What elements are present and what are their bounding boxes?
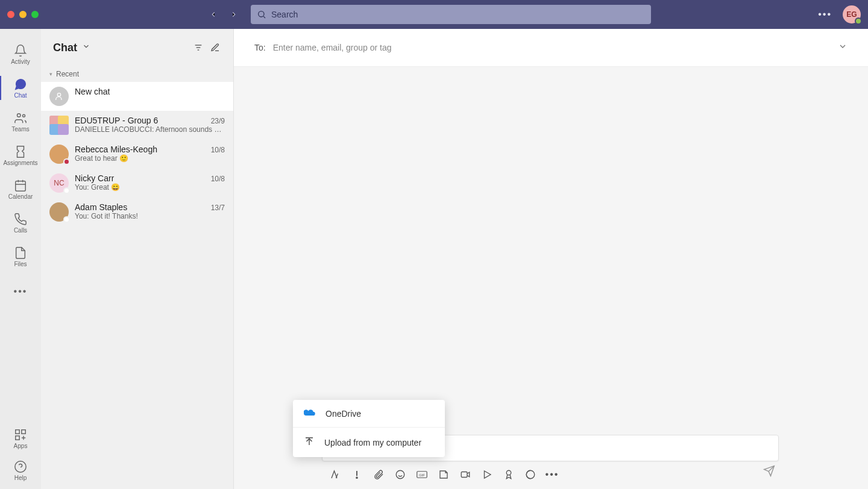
svg-line-1 (263, 16, 265, 18)
more-options-button[interactable]: ••• (818, 9, 832, 20)
rail-assignments[interactable]: Assignments (0, 139, 41, 172)
svg-rect-26 (461, 472, 467, 478)
rail-files[interactable]: Files (0, 240, 41, 273)
viva-button[interactable] (524, 469, 536, 481)
chat-row[interactable]: EDU5TRUP - Group 6 23/9 DANIELLE IACOBUC… (41, 111, 233, 140)
svg-rect-9 (22, 429, 25, 433)
contact-avatar (49, 145, 69, 164)
rail-label: Chat (14, 92, 27, 99)
chat-name: EDU5TRUP - Group 6 (75, 116, 158, 125)
profile-avatar[interactable]: EG (843, 5, 861, 23)
svg-rect-10 (16, 435, 19, 439)
presence-unknown-icon (63, 187, 70, 194)
to-expand-button[interactable] (838, 42, 848, 54)
emoji-button[interactable] (394, 469, 406, 481)
new-chat-button[interactable] (209, 42, 221, 54)
svg-point-21 (396, 470, 404, 479)
attach-button[interactable] (373, 469, 385, 481)
rail-label: Calendar (8, 193, 33, 200)
rail-activity[interactable]: Activity (0, 37, 41, 71)
rail-label: Apps (14, 443, 28, 449)
rail-label: Files (14, 261, 27, 267)
chat-row[interactable]: Rebecca Miles-Keogh 10/8 Great to hear 🙂 (41, 140, 233, 169)
chat-name: New chat (75, 87, 110, 96)
svg-point-18 (57, 93, 60, 96)
filter-button[interactable] (192, 42, 204, 54)
svg-point-2 (17, 113, 21, 117)
rail-teams[interactable]: Teams (0, 105, 41, 139)
attach-onedrive-label: OneDrive (326, 409, 361, 419)
meet-now-button[interactable] (459, 469, 471, 481)
sticker-button[interactable] (438, 469, 450, 481)
close-window-button[interactable] (7, 11, 14, 18)
chat-date: 13/7 (211, 204, 225, 212)
presence-busy-icon (63, 158, 70, 165)
priority-button[interactable] (351, 469, 363, 481)
section-label-text: Recent (56, 70, 79, 78)
chat-date: 10/8 (211, 175, 225, 183)
group-avatar (49, 116, 69, 135)
to-input[interactable] (273, 43, 831, 52)
rail-apps[interactable]: Apps (0, 422, 41, 455)
contact-avatar (49, 202, 69, 222)
onedrive-icon (304, 408, 316, 419)
more-tools-button[interactable]: ••• (546, 469, 558, 481)
chat-name: Adam Staples (75, 202, 127, 212)
rail-help[interactable]: Help (0, 455, 41, 489)
chat-title-dropdown[interactable] (82, 42, 90, 53)
attach-upload[interactable]: Upload from my computer (293, 427, 445, 457)
chat-preview: You: Got it! Thanks! (75, 212, 225, 220)
svg-rect-8 (16, 429, 19, 433)
attach-menu: OneDrive Upload from my computer (293, 400, 445, 457)
attach-onedrive[interactable]: OneDrive (293, 400, 445, 427)
praise-button[interactable] (503, 469, 515, 481)
upload-icon (304, 436, 315, 449)
svg-rect-4 (16, 181, 26, 191)
chat-preview: DANIELLE IACOBUCCI: Afternoon sounds … (75, 125, 225, 134)
rail-label: Activity (11, 58, 30, 65)
forward-button[interactable] (228, 8, 240, 20)
compose-toolbar: GIF ••• (329, 469, 558, 481)
rail-label: Help (14, 475, 27, 481)
search-input[interactable] (271, 10, 645, 19)
chat-row-new[interactable]: New chat (41, 82, 233, 111)
svg-point-28 (506, 470, 511, 475)
collapse-icon: ▾ (49, 71, 52, 77)
svg-point-20 (356, 477, 357, 478)
chat-list-panel: Chat ▾ Recent New chat (41, 29, 234, 489)
send-button[interactable] (763, 465, 775, 479)
format-button[interactable] (329, 469, 341, 481)
search-box[interactable] (251, 5, 651, 24)
chat-list: New chat EDU5TRUP - Group 6 23/9 DANIELL… (41, 82, 233, 489)
rail-calls[interactable]: Calls (0, 206, 41, 240)
titlebar: ••• EG (0, 0, 868, 29)
to-bar: To: (234, 29, 868, 67)
more-icon: ••• (14, 286, 28, 297)
maximize-window-button[interactable] (31, 11, 39, 18)
svg-text:GIF: GIF (419, 473, 425, 477)
chat-row[interactable]: NC Nicky Carr 10/8 You: Great 😄 (41, 169, 233, 198)
chat-preview: You: Great 😄 (75, 183, 225, 192)
back-button[interactable] (207, 8, 219, 20)
svg-point-0 (259, 11, 264, 17)
chat-name: Nicky Carr (75, 173, 114, 183)
rail-label: Assignments (3, 160, 37, 166)
chat-row[interactable]: Adam Staples 13/7 You: Got it! Thanks! (41, 198, 233, 226)
rail-chat[interactable]: Chat (0, 71, 41, 105)
rail-more[interactable]: ••• (0, 275, 41, 308)
rail-calendar[interactable]: Calendar (0, 172, 41, 206)
avatar-new-chat (49, 87, 69, 106)
presence-available-icon (855, 17, 862, 25)
chat-date: 10/8 (211, 146, 225, 154)
minimize-window-button[interactable] (19, 11, 27, 18)
section-recent[interactable]: ▾ Recent (41, 66, 233, 82)
chat-preview: Great to hear 🙂 (75, 154, 225, 163)
chat-panel-header: Chat (41, 29, 233, 66)
app-rail: Activity Chat Teams Assignments Calendar… (0, 29, 41, 489)
svg-point-13 (15, 461, 26, 472)
to-label: To: (254, 43, 266, 52)
gif-button[interactable]: GIF (416, 469, 428, 481)
chat-date: 23/9 (211, 117, 225, 125)
presence-unknown-icon (63, 216, 70, 223)
stream-button[interactable] (481, 469, 493, 481)
